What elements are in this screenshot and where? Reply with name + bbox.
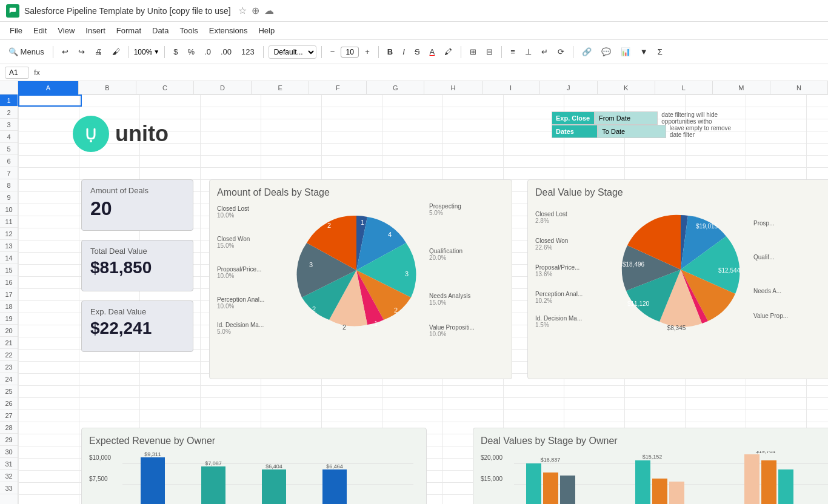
comment-btn[interactable]: 💬 (598, 45, 615, 59)
row-num-30[interactable]: 30 (0, 446, 18, 458)
row-num-2[interactable]: 2 (0, 107, 18, 119)
col-header-n[interactable]: N (770, 81, 828, 94)
row-num-24[interactable]: 24 (0, 373, 18, 385)
filter-btn[interactable]: ▼ (636, 45, 652, 59)
menu-extensions[interactable]: Extensions (204, 24, 253, 37)
row-num-5[interactable]: 5 (0, 143, 18, 155)
align-btn[interactable]: ≡ (507, 45, 519, 59)
borders-btn[interactable]: ⊞ (466, 45, 480, 59)
col-header-a[interactable]: A (18, 81, 79, 94)
row-num-23[interactable]: 23 (0, 361, 18, 373)
menu-view[interactable]: View (53, 24, 79, 37)
menu-help[interactable]: Help (253, 24, 279, 37)
menu-edit[interactable]: Edit (28, 24, 52, 37)
menu-tools[interactable]: Tools (175, 24, 202, 37)
highlight-btn[interactable]: 🖍 (441, 45, 456, 59)
paint-format-btn[interactable]: 🖌 (109, 45, 124, 59)
merge-cells-btn[interactable]: ⊟ (482, 45, 496, 59)
strikethrough-btn[interactable]: S (411, 45, 424, 59)
text-rotate-btn[interactable]: ⟳ (554, 45, 568, 59)
row-num-12[interactable]: 12 (0, 228, 18, 240)
row-num-15[interactable]: 15 (0, 264, 18, 276)
row-num-19[interactable]: 19 (0, 313, 18, 325)
col-header-j[interactable]: J (540, 81, 598, 94)
format-123-btn[interactable]: 123 (238, 45, 258, 59)
row-num-9[interactable]: 9 (0, 191, 18, 204)
col-header-h[interactable]: H (424, 81, 482, 94)
percent-btn[interactable]: % (184, 45, 198, 59)
italic-btn[interactable]: I (399, 45, 409, 59)
col-header-b[interactable]: B (79, 81, 136, 94)
text-color-btn[interactable]: A (426, 45, 439, 59)
row-num-33[interactable]: 33 (0, 482, 18, 494)
font-increase-btn[interactable]: + (361, 45, 373, 59)
row-num-27[interactable]: 27 (0, 409, 18, 422)
row-num-25[interactable]: 25 (0, 385, 18, 397)
col-header-g[interactable]: G (367, 81, 424, 94)
row-num-26[interactable]: 26 (0, 397, 18, 409)
wrap-btn[interactable]: ↵ (538, 45, 552, 59)
redo-btn[interactable]: ↪ (75, 45, 88, 59)
row-num-10[interactable]: 10 (0, 204, 18, 216)
row-num-29[interactable]: 29 (0, 434, 18, 446)
row-num-32[interactable]: 32 (0, 470, 18, 482)
separator-2 (129, 46, 129, 58)
row-num-18[interactable]: 18 (0, 300, 18, 313)
menu-file[interactable]: File (5, 24, 27, 37)
row-num-6[interactable]: 6 (0, 155, 18, 167)
from-date-input[interactable]: From Date (595, 111, 658, 125)
row-num-17[interactable]: 17 (0, 288, 18, 300)
search-menus-btn[interactable]: 🔍 Menus (5, 45, 48, 59)
col-header-i[interactable]: I (482, 81, 540, 94)
undo-btn[interactable]: ↩ (58, 45, 72, 59)
to-date-input[interactable]: To Date (598, 125, 666, 138)
col-header-f[interactable]: F (309, 81, 367, 94)
row-num-4[interactable]: 4 (0, 131, 18, 143)
row-num-1[interactable]: 1 (0, 94, 18, 107)
row-num-3[interactable]: 3 (0, 119, 18, 131)
deals-label-qualification: Qualification 20.0% (429, 248, 490, 261)
value-pie-18496: $18,496 (623, 261, 645, 268)
increase-decimals-btn[interactable]: .00 (217, 45, 235, 59)
row-num-21[interactable]: 21 (0, 337, 18, 349)
print-btn[interactable]: 🖨 (91, 45, 106, 59)
decrease-decimals-btn[interactable]: .0 (201, 45, 215, 59)
bold-btn[interactable]: B (384, 45, 396, 59)
sheet-content[interactable]: unito Exp. Close From Date date filterin… (18, 94, 828, 504)
row-num-14[interactable]: 14 (0, 252, 18, 264)
cell-reference[interactable]: A1 (5, 67, 29, 79)
link-btn[interactable]: 🔗 (578, 45, 595, 59)
deal-value-title: Deal Value by Stage (535, 187, 828, 198)
row-num-7[interactable]: 7 (0, 167, 18, 179)
menu-format[interactable]: Format (112, 24, 146, 37)
col-header-l[interactable]: L (655, 81, 713, 94)
row-num-20[interactable]: 20 (0, 325, 18, 337)
row-num-31[interactable]: 31 (0, 458, 18, 470)
cloud-icon[interactable]: ⊕ (252, 5, 259, 16)
row-num-11[interactable]: 11 (0, 216, 18, 228)
expected-revenue-bars: $9,311 $7,087 $6,404 $6,464 (122, 451, 413, 504)
col-header-d[interactable]: D (194, 81, 252, 94)
row-num-13[interactable]: 13 (0, 240, 18, 252)
currency-btn[interactable]: $ (170, 45, 181, 59)
col-header-e[interactable]: E (252, 81, 309, 94)
col-header-c[interactable]: C (136, 81, 194, 94)
functions-btn[interactable]: Σ (654, 45, 666, 59)
formula-input[interactable] (45, 68, 823, 77)
sync-icon[interactable]: ☁ (264, 5, 274, 16)
svg-point-1 (90, 140, 92, 142)
col-header-m[interactable]: M (713, 81, 770, 94)
menu-insert[interactable]: Insert (81, 24, 110, 37)
row-num-22[interactable]: 22 (0, 349, 18, 361)
valign-btn[interactable]: ⊥ (521, 45, 535, 59)
zoom-dropdown-icon[interactable]: ▼ (153, 48, 159, 55)
star-icon[interactable]: ☆ (238, 5, 247, 16)
row-num-16[interactable]: 16 (0, 276, 18, 288)
chart-btn[interactable]: 📊 (617, 45, 634, 59)
row-num-8[interactable]: 8 (0, 179, 18, 191)
font-decrease-btn[interactable]: − (327, 45, 339, 59)
col-header-k[interactable]: K (598, 81, 655, 94)
row-num-28[interactable]: 28 (0, 422, 18, 434)
menu-data[interactable]: Data (147, 24, 173, 37)
font-family-select[interactable]: Default... (269, 45, 316, 59)
